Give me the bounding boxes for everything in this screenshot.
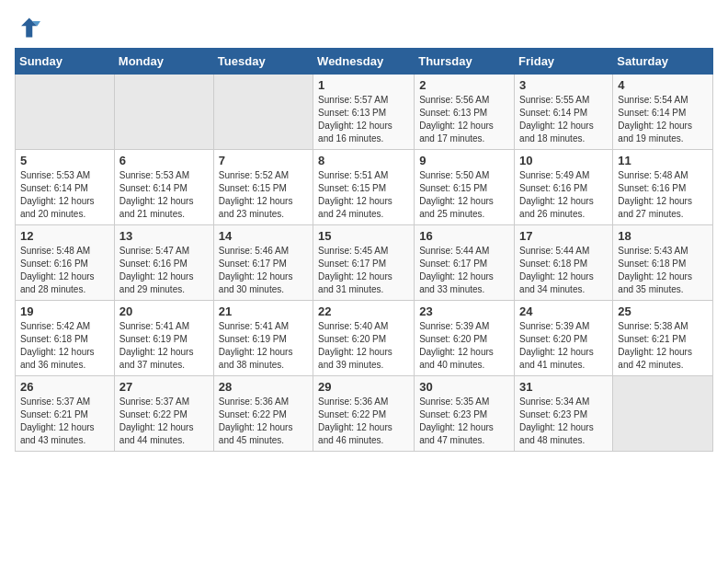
calendar-cell: 2Sunrise: 5:56 AM Sunset: 6:13 PM Daylig… xyxy=(415,75,515,150)
day-info: Sunrise: 5:48 AM Sunset: 6:16 PM Dayligh… xyxy=(20,245,109,296)
day-number: 24 xyxy=(519,304,608,318)
day-number: 26 xyxy=(20,380,109,394)
weekday-header: Thursday xyxy=(415,49,515,75)
day-info: Sunrise: 5:36 AM Sunset: 6:22 PM Dayligh… xyxy=(318,396,409,447)
calendar-cell: 11Sunrise: 5:48 AM Sunset: 6:16 PM Dayli… xyxy=(613,150,713,225)
calendar-cell: 31Sunrise: 5:34 AM Sunset: 6:23 PM Dayli… xyxy=(515,376,613,452)
day-info: Sunrise: 5:54 AM Sunset: 6:14 PM Dayligh… xyxy=(618,94,708,145)
weekday-header: Sunday xyxy=(16,49,115,75)
calendar-cell: 9Sunrise: 5:50 AM Sunset: 6:15 PM Daylig… xyxy=(415,150,515,225)
day-info: Sunrise: 5:43 AM Sunset: 6:18 PM Dayligh… xyxy=(618,245,708,296)
weekday-header: Wednesday xyxy=(313,49,415,75)
calendar-cell: 6Sunrise: 5:53 AM Sunset: 6:14 PM Daylig… xyxy=(114,150,213,225)
calendar-cell: 24Sunrise: 5:39 AM Sunset: 6:20 PM Dayli… xyxy=(515,301,613,376)
weekday-header: Monday xyxy=(114,49,213,75)
calendar-cell: 28Sunrise: 5:36 AM Sunset: 6:22 PM Dayli… xyxy=(213,376,313,452)
calendar-week-row: 1Sunrise: 5:57 AM Sunset: 6:13 PM Daylig… xyxy=(16,75,713,150)
day-number: 25 xyxy=(618,304,708,318)
logo xyxy=(15,15,44,40)
day-info: Sunrise: 5:53 AM Sunset: 6:14 PM Dayligh… xyxy=(119,169,209,221)
calendar-week-row: 26Sunrise: 5:37 AM Sunset: 6:21 PM Dayli… xyxy=(16,376,713,452)
day-number: 29 xyxy=(318,380,409,394)
logo-icon xyxy=(15,15,40,40)
day-number: 30 xyxy=(419,380,509,394)
day-info: Sunrise: 5:55 AM Sunset: 6:14 PM Dayligh… xyxy=(519,94,608,145)
calendar-cell: 29Sunrise: 5:36 AM Sunset: 6:22 PM Dayli… xyxy=(313,376,415,452)
day-number: 10 xyxy=(519,154,608,167)
day-number: 7 xyxy=(219,154,308,167)
day-number: 16 xyxy=(419,229,509,243)
day-number: 14 xyxy=(219,229,308,243)
calendar-cell xyxy=(213,75,313,150)
calendar-cell: 8Sunrise: 5:51 AM Sunset: 6:15 PM Daylig… xyxy=(313,150,415,225)
day-info: Sunrise: 5:39 AM Sunset: 6:20 PM Dayligh… xyxy=(519,320,608,372)
weekday-header: Saturday xyxy=(613,49,713,75)
calendar-week-row: 19Sunrise: 5:42 AM Sunset: 6:18 PM Dayli… xyxy=(16,301,713,376)
calendar-cell: 10Sunrise: 5:49 AM Sunset: 6:16 PM Dayli… xyxy=(515,150,613,225)
day-info: Sunrise: 5:36 AM Sunset: 6:22 PM Dayligh… xyxy=(219,396,308,447)
calendar-cell: 16Sunrise: 5:44 AM Sunset: 6:17 PM Dayli… xyxy=(415,225,515,301)
calendar-cell: 15Sunrise: 5:45 AM Sunset: 6:17 PM Dayli… xyxy=(313,225,415,301)
day-number: 1 xyxy=(318,78,409,92)
calendar-cell: 26Sunrise: 5:37 AM Sunset: 6:21 PM Dayli… xyxy=(16,376,115,452)
day-info: Sunrise: 5:37 AM Sunset: 6:22 PM Dayligh… xyxy=(119,396,209,447)
day-info: Sunrise: 5:39 AM Sunset: 6:20 PM Dayligh… xyxy=(419,320,509,372)
day-number: 6 xyxy=(119,154,209,167)
day-number: 31 xyxy=(519,380,608,394)
calendar-cell xyxy=(16,75,115,150)
day-info: Sunrise: 5:56 AM Sunset: 6:13 PM Dayligh… xyxy=(419,94,509,145)
calendar-table: SundayMondayTuesdayWednesdayThursdayFrid… xyxy=(15,48,713,452)
day-info: Sunrise: 5:46 AM Sunset: 6:17 PM Dayligh… xyxy=(219,245,308,296)
calendar-cell: 25Sunrise: 5:38 AM Sunset: 6:21 PM Dayli… xyxy=(613,301,713,376)
day-number: 8 xyxy=(318,154,409,167)
day-info: Sunrise: 5:48 AM Sunset: 6:16 PM Dayligh… xyxy=(618,169,708,221)
calendar-cell: 1Sunrise: 5:57 AM Sunset: 6:13 PM Daylig… xyxy=(313,75,415,150)
day-info: Sunrise: 5:49 AM Sunset: 6:16 PM Dayligh… xyxy=(519,169,608,221)
day-number: 23 xyxy=(419,304,509,318)
calendar-cell: 14Sunrise: 5:46 AM Sunset: 6:17 PM Dayli… xyxy=(213,225,313,301)
calendar-cell: 27Sunrise: 5:37 AM Sunset: 6:22 PM Dayli… xyxy=(114,376,213,452)
page-header xyxy=(15,15,713,40)
day-number: 19 xyxy=(20,304,109,318)
day-number: 20 xyxy=(119,304,209,318)
weekday-header: Friday xyxy=(515,49,613,75)
day-info: Sunrise: 5:41 AM Sunset: 6:19 PM Dayligh… xyxy=(219,320,308,372)
calendar-cell: 5Sunrise: 5:53 AM Sunset: 6:14 PM Daylig… xyxy=(16,150,115,225)
day-info: Sunrise: 5:40 AM Sunset: 6:20 PM Dayligh… xyxy=(318,320,409,372)
day-number: 27 xyxy=(119,380,209,394)
calendar-cell: 20Sunrise: 5:41 AM Sunset: 6:19 PM Dayli… xyxy=(114,301,213,376)
day-info: Sunrise: 5:42 AM Sunset: 6:18 PM Dayligh… xyxy=(20,320,109,372)
day-info: Sunrise: 5:52 AM Sunset: 6:15 PM Dayligh… xyxy=(219,169,308,221)
day-number: 3 xyxy=(519,78,608,92)
day-info: Sunrise: 5:57 AM Sunset: 6:13 PM Dayligh… xyxy=(318,94,409,145)
day-number: 11 xyxy=(618,154,708,167)
day-number: 17 xyxy=(519,229,608,243)
day-number: 9 xyxy=(419,154,509,167)
calendar-cell: 13Sunrise: 5:47 AM Sunset: 6:16 PM Dayli… xyxy=(114,225,213,301)
day-info: Sunrise: 5:44 AM Sunset: 6:18 PM Dayligh… xyxy=(519,245,608,296)
day-number: 21 xyxy=(219,304,308,318)
day-number: 4 xyxy=(618,78,708,92)
weekday-header: Tuesday xyxy=(213,49,313,75)
day-number: 5 xyxy=(20,154,109,167)
day-info: Sunrise: 5:50 AM Sunset: 6:15 PM Dayligh… xyxy=(419,169,509,221)
day-info: Sunrise: 5:38 AM Sunset: 6:21 PM Dayligh… xyxy=(618,320,708,372)
calendar-week-row: 12Sunrise: 5:48 AM Sunset: 6:16 PM Dayli… xyxy=(16,225,713,301)
day-number: 13 xyxy=(119,229,209,243)
day-info: Sunrise: 5:53 AM Sunset: 6:14 PM Dayligh… xyxy=(20,169,109,221)
day-number: 28 xyxy=(219,380,308,394)
day-number: 12 xyxy=(20,229,109,243)
calendar-cell: 23Sunrise: 5:39 AM Sunset: 6:20 PM Dayli… xyxy=(415,301,515,376)
day-number: 18 xyxy=(618,229,708,243)
calendar-cell: 22Sunrise: 5:40 AM Sunset: 6:20 PM Dayli… xyxy=(313,301,415,376)
day-info: Sunrise: 5:41 AM Sunset: 6:19 PM Dayligh… xyxy=(119,320,209,372)
calendar-cell: 30Sunrise: 5:35 AM Sunset: 6:23 PM Dayli… xyxy=(415,376,515,452)
calendar-cell: 19Sunrise: 5:42 AM Sunset: 6:18 PM Dayli… xyxy=(16,301,115,376)
calendar-header-row: SundayMondayTuesdayWednesdayThursdayFrid… xyxy=(16,49,713,75)
calendar-cell: 17Sunrise: 5:44 AM Sunset: 6:18 PM Dayli… xyxy=(515,225,613,301)
day-number: 22 xyxy=(318,304,409,318)
day-info: Sunrise: 5:45 AM Sunset: 6:17 PM Dayligh… xyxy=(318,245,409,296)
calendar-cell: 21Sunrise: 5:41 AM Sunset: 6:19 PM Dayli… xyxy=(213,301,313,376)
day-number: 2 xyxy=(419,78,509,92)
day-number: 15 xyxy=(318,229,409,243)
